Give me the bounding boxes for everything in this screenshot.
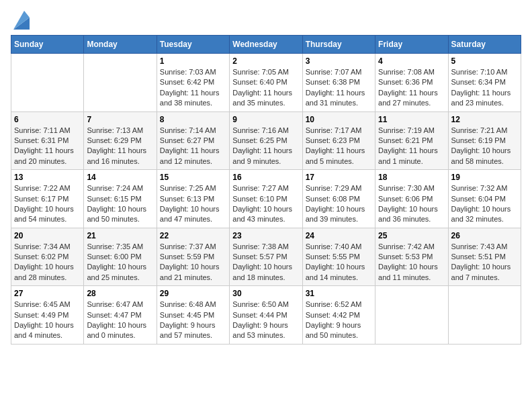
sunrise-text: Sunrise: 7:17 AM <box>306 126 362 134</box>
sunset-text: Sunset: 6:36 PM <box>378 78 433 86</box>
day-cell: 2 Sunrise: 7:05 AM Sunset: 6:40 PM Dayli… <box>230 54 302 112</box>
sunrise-text: Sunrise: 6:52 AM <box>306 300 362 308</box>
day-number: 30 <box>232 289 299 298</box>
sunset-text: Sunset: 6:13 PM <box>160 195 214 203</box>
sunset-text: Sunset: 6:04 PM <box>451 195 506 203</box>
daylight-text: Daylight: 10 hours and 14 minutes. <box>306 263 365 281</box>
day-cell: 23 Sunrise: 7:38 AM Sunset: 5:57 PM Dayl… <box>230 228 302 286</box>
day-number: 13 <box>14 173 81 182</box>
daylight-text: Daylight: 11 hours and 38 minutes. <box>160 89 220 107</box>
day-info: Sunrise: 7:43 AM Sunset: 5:51 PM Dayligh… <box>451 242 518 283</box>
day-header: Wednesday <box>230 36 302 54</box>
day-cell: 4 Sunrise: 7:08 AM Sunset: 6:36 PM Dayli… <box>375 54 448 112</box>
sunrise-text: Sunrise: 7:25 AM <box>160 184 216 192</box>
sunset-text: Sunset: 6:06 PM <box>378 195 433 203</box>
sunrise-text: Sunrise: 7:37 AM <box>160 242 216 250</box>
daylight-text: Daylight: 11 hours and 12 minutes. <box>160 146 220 165</box>
sunrise-text: Sunrise: 7:32 AM <box>451 184 508 192</box>
day-info: Sunrise: 7:16 AM Sunset: 6:25 PM Dayligh… <box>232 126 299 167</box>
day-number: 2 <box>232 56 299 66</box>
day-number: 4 <box>378 56 445 66</box>
day-number: 11 <box>378 115 445 124</box>
day-cell: 1 Sunrise: 7:03 AM Sunset: 6:42 PM Dayli… <box>157 54 229 112</box>
day-cell: 6 Sunrise: 7:11 AM Sunset: 6:31 PM Dayli… <box>11 111 84 170</box>
day-number: 16 <box>232 173 299 182</box>
sunrise-text: Sunrise: 7:05 AM <box>232 68 289 76</box>
day-cell: 30 Sunrise: 6:50 AM Sunset: 4:44 PM Dayl… <box>230 286 302 345</box>
sunrise-text: Sunrise: 7:35 AM <box>87 242 143 250</box>
day-cell: 15 Sunrise: 7:25 AM Sunset: 6:13 PM Dayl… <box>157 170 229 228</box>
sunrise-text: Sunrise: 7:29 AM <box>306 184 362 192</box>
sunset-text: Sunset: 5:55 PM <box>306 253 360 261</box>
daylight-text: Daylight: 10 hours and 0 minutes. <box>87 321 146 339</box>
sunrise-text: Sunrise: 7:43 AM <box>451 242 508 250</box>
daylight-text: Daylight: 10 hours and 11 minutes. <box>378 263 438 281</box>
logo <box>11 11 30 30</box>
day-number: 18 <box>378 173 445 182</box>
sunrise-text: Sunrise: 7:16 AM <box>232 126 289 134</box>
daylight-text: Daylight: 10 hours and 50 minutes. <box>87 205 146 223</box>
day-cell: 25 Sunrise: 7:42 AM Sunset: 5:53 PM Dayl… <box>375 228 448 286</box>
day-info: Sunrise: 7:35 AM Sunset: 6:00 PM Dayligh… <box>87 242 153 283</box>
sunset-text: Sunset: 6:23 PM <box>306 136 360 144</box>
daylight-text: Daylight: 11 hours and 1 minute. <box>378 146 438 165</box>
sunset-text: Sunset: 4:49 PM <box>14 311 69 319</box>
sunset-text: Sunset: 6:00 PM <box>87 253 141 261</box>
calendar-table: SundayMondayTuesdayWednesdayThursdayFrid… <box>11 35 521 345</box>
sunset-text: Sunset: 6:08 PM <box>306 195 360 203</box>
week-row: 20 Sunrise: 7:34 AM Sunset: 6:02 PM Dayl… <box>11 228 521 286</box>
day-number: 8 <box>160 115 226 124</box>
sunrise-text: Sunrise: 6:48 AM <box>160 300 216 308</box>
day-info: Sunrise: 6:52 AM Sunset: 4:42 PM Dayligh… <box>306 300 372 341</box>
sunrise-text: Sunrise: 7:21 AM <box>451 126 508 134</box>
sunrise-text: Sunrise: 7:14 AM <box>160 126 216 134</box>
day-number: 28 <box>87 289 153 298</box>
sunrise-text: Sunrise: 7:38 AM <box>232 242 289 250</box>
daylight-text: Daylight: 10 hours and 36 minutes. <box>378 205 438 223</box>
day-number: 5 <box>451 56 518 66</box>
sunrise-text: Sunrise: 7:07 AM <box>306 68 362 76</box>
day-number: 15 <box>160 173 226 182</box>
sunset-text: Sunset: 4:44 PM <box>232 311 287 319</box>
week-row: 1 Sunrise: 7:03 AM Sunset: 6:42 PM Dayli… <box>11 54 521 112</box>
daylight-text: Daylight: 9 hours and 50 minutes. <box>306 321 361 339</box>
day-info: Sunrise: 7:17 AM Sunset: 6:23 PM Dayligh… <box>306 126 372 167</box>
sunset-text: Sunset: 6:42 PM <box>160 78 214 86</box>
day-cell: 7 Sunrise: 7:13 AM Sunset: 6:29 PM Dayli… <box>84 111 157 170</box>
day-info: Sunrise: 7:37 AM Sunset: 5:59 PM Dayligh… <box>160 242 226 283</box>
day-info: Sunrise: 7:19 AM Sunset: 6:21 PM Dayligh… <box>378 126 445 167</box>
day-cell: 3 Sunrise: 7:07 AM Sunset: 6:38 PM Dayli… <box>302 54 375 112</box>
day-info: Sunrise: 7:21 AM Sunset: 6:19 PM Dayligh… <box>451 126 518 167</box>
sunset-text: Sunset: 6:29 PM <box>87 136 141 144</box>
day-info: Sunrise: 7:27 AM Sunset: 6:10 PM Dayligh… <box>232 183 299 225</box>
sunrise-text: Sunrise: 6:50 AM <box>232 300 289 308</box>
day-info: Sunrise: 7:03 AM Sunset: 6:42 PM Dayligh… <box>160 67 226 109</box>
day-info: Sunrise: 7:10 AM Sunset: 6:34 PM Dayligh… <box>451 67 518 109</box>
day-cell <box>448 286 521 345</box>
day-cell: 21 Sunrise: 7:35 AM Sunset: 6:00 PM Dayl… <box>84 228 157 286</box>
day-cell: 12 Sunrise: 7:21 AM Sunset: 6:19 PM Dayl… <box>448 111 521 170</box>
day-cell: 22 Sunrise: 7:37 AM Sunset: 5:59 PM Dayl… <box>157 228 229 286</box>
day-header: Friday <box>375 36 448 54</box>
day-number: 19 <box>451 173 518 182</box>
sunset-text: Sunset: 6:15 PM <box>87 195 141 203</box>
day-cell <box>375 286 448 345</box>
daylight-text: Daylight: 10 hours and 4 minutes. <box>14 321 74 339</box>
daylight-text: Daylight: 11 hours and 16 minutes. <box>87 146 146 165</box>
sunrise-text: Sunrise: 7:40 AM <box>306 242 362 250</box>
sunset-text: Sunset: 5:57 PM <box>232 253 287 261</box>
sunrise-text: Sunrise: 7:03 AM <box>160 68 216 76</box>
sunrise-text: Sunrise: 7:13 AM <box>87 126 143 134</box>
sunrise-text: Sunrise: 7:27 AM <box>232 184 289 192</box>
day-cell: 11 Sunrise: 7:19 AM Sunset: 6:21 PM Dayl… <box>375 111 448 170</box>
daylight-text: Daylight: 10 hours and 32 minutes. <box>451 205 511 223</box>
day-header: Thursday <box>302 36 375 54</box>
day-number: 12 <box>451 115 518 124</box>
sunrise-text: Sunrise: 7:22 AM <box>14 184 71 192</box>
daylight-text: Daylight: 9 hours and 57 minutes. <box>160 321 216 339</box>
day-number: 29 <box>160 289 226 298</box>
day-number: 10 <box>306 115 372 124</box>
sunrise-text: Sunrise: 7:42 AM <box>378 242 435 250</box>
day-info: Sunrise: 7:14 AM Sunset: 6:27 PM Dayligh… <box>160 126 226 167</box>
day-cell: 17 Sunrise: 7:29 AM Sunset: 6:08 PM Dayl… <box>302 170 375 228</box>
